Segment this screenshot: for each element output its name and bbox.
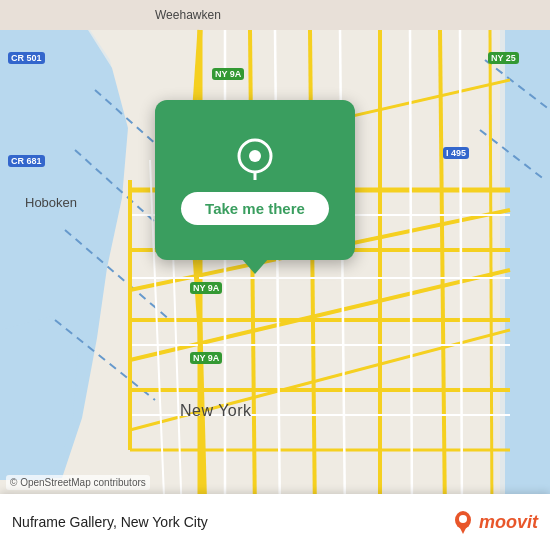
- map-container: Weehawken Hoboken New York CR 501 CR 681…: [0, 0, 550, 550]
- weehawken-label: Weehawken: [155, 8, 221, 22]
- moovit-pin-icon: [451, 510, 475, 534]
- shield-cr681: CR 681: [8, 155, 45, 167]
- svg-marker-49: [459, 526, 467, 534]
- popup-card: Take me there: [155, 100, 355, 260]
- osm-attribution: © OpenStreetMap contributors: [6, 475, 150, 490]
- bottom-bar: Nuframe Gallery, New York City moovit: [0, 494, 550, 550]
- svg-point-48: [459, 515, 467, 523]
- moovit-logo: moovit: [451, 510, 538, 534]
- shield-ny9a-mid: NY 9A: [190, 282, 222, 294]
- moovit-brand-text: moovit: [479, 512, 538, 533]
- shield-ny9a-bot: NY 9A: [190, 352, 222, 364]
- svg-rect-6: [505, 30, 550, 520]
- hoboken-label: Hoboken: [25, 195, 77, 210]
- new-york-label: New York: [180, 402, 252, 420]
- shield-ny9a-top: NY 9A: [212, 68, 244, 80]
- shield-i495: I 495: [443, 147, 469, 159]
- svg-point-45: [249, 150, 261, 162]
- shield-ny25: NY 25: [488, 52, 519, 64]
- shield-cr501: CR 501: [8, 52, 45, 64]
- location-pin-icon: [233, 136, 277, 180]
- map-svg: [0, 0, 550, 550]
- take-me-there-button[interactable]: Take me there: [181, 192, 329, 225]
- location-name: Nuframe Gallery, New York City: [12, 514, 208, 530]
